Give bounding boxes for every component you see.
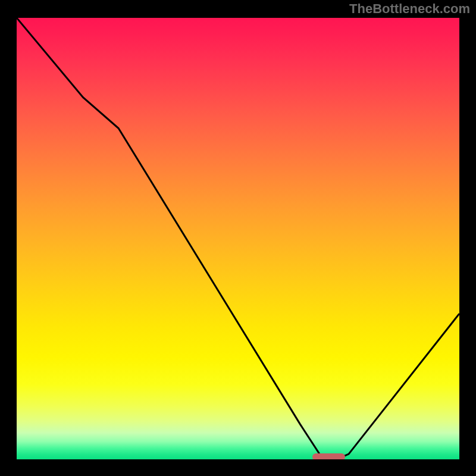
plot-area bbox=[15, 16, 461, 461]
highlight-pill-marker bbox=[312, 453, 346, 461]
line-curve-path bbox=[17, 18, 459, 458]
figure-container: TheBottleneck.com bbox=[0, 0, 476, 476]
watermark-label: TheBottleneck.com bbox=[349, 1, 470, 17]
line-curve bbox=[17, 18, 459, 459]
